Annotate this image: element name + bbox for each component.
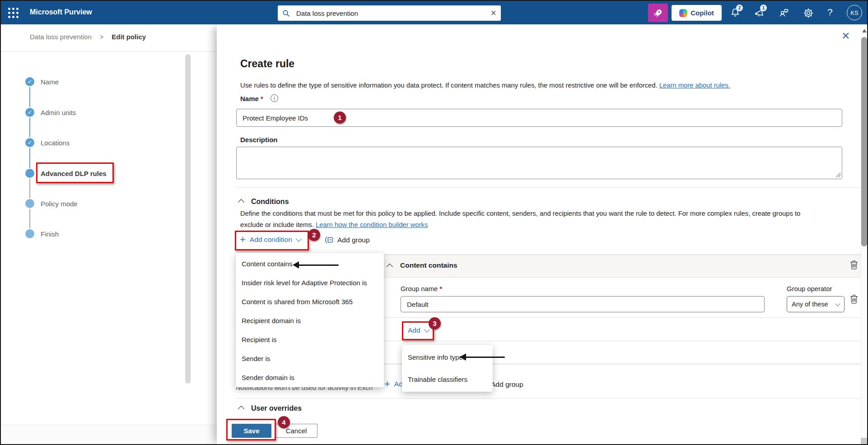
copilot-logo-icon: [679, 9, 687, 17]
annotation-badge-3: 3: [429, 317, 441, 329]
left-nav-scrollbar[interactable]: [185, 54, 191, 384]
menu-item-sender-is[interactable]: Sender is: [236, 349, 384, 368]
menu-item-recipient-domain[interactable]: Recipient domain is: [236, 311, 384, 330]
user-overrides-heading: User overrides: [251, 404, 302, 413]
breadcrumb-separator: >: [100, 33, 103, 41]
header-divider: [1, 51, 217, 52]
step-circle-name[interactable]: ✓: [25, 77, 34, 86]
breadcrumb-root[interactable]: Data loss prevention: [30, 33, 92, 41]
annotation-badge-4: 4: [278, 416, 290, 428]
step-label-finish[interactable]: Finish: [41, 230, 59, 238]
add-group-button[interactable]: Add group: [324, 236, 370, 244]
learn-more-link[interactable]: Learn more about rules.: [659, 82, 730, 89]
card-row-divider: [382, 317, 863, 318]
step-connector: [29, 209, 30, 228]
check-icon: ✓: [28, 109, 32, 116]
condition-builder-link[interactable]: Learn how the condition builder works: [316, 221, 428, 228]
card-heading: Content contains: [400, 261, 457, 269]
step-circle-advanced-dlp-rules[interactable]: [25, 169, 34, 178]
group-name-input[interactable]: [401, 296, 765, 312]
step-label-advanced-dlp-rules[interactable]: Advanced DLP rules: [41, 170, 107, 177]
global-search[interactable]: ×: [278, 5, 501, 21]
save-button[interactable]: Save: [232, 424, 271, 438]
footer-divider: [236, 398, 861, 399]
section-divider: [236, 187, 861, 188]
search-input[interactable]: [295, 9, 490, 18]
step-circle-policy-mode[interactable]: [25, 199, 34, 208]
help-icon[interactable]: ?: [827, 7, 833, 18]
step-label-admin-units[interactable]: Admin units: [41, 109, 76, 116]
rule-name-input[interactable]: [236, 109, 842, 127]
rocket-icon: [653, 7, 664, 19]
step-circle-locations[interactable]: ✓: [25, 138, 34, 147]
add-condition-button[interactable]: + Add condition: [240, 235, 301, 245]
copilot-label: Copilot: [691, 9, 714, 17]
feedback-person-icon[interactable]: [778, 7, 790, 19]
group-operator-label: Group operator: [787, 285, 832, 292]
chevron-down-icon: [296, 236, 302, 242]
menu-item-sender-domain[interactable]: Sender domain is: [236, 368, 384, 387]
step-circle-finish[interactable]: [25, 229, 34, 238]
scrollbar-up-arrow[interactable]: [862, 29, 867, 32]
intro-sentence: Use rules to define the type of sensitiv…: [240, 82, 658, 89]
group-name-label: Group name *: [401, 285, 442, 292]
add-button[interactable]: Add: [408, 326, 429, 334]
app-launcher-waffle-icon[interactable]: [8, 8, 19, 18]
annotation-badge-1: 1: [334, 111, 346, 124]
required-marker: *: [439, 285, 442, 292]
plus-icon: +: [240, 235, 246, 245]
settings-gear-icon[interactable]: [803, 7, 814, 19]
menu-item-recipient-is[interactable]: Recipient is: [236, 330, 384, 349]
page-title: Create rule: [240, 58, 294, 70]
notifications-badge: 2: [736, 5, 743, 11]
purview-screen: Microsoft Purview × Copilot: [0, 0, 868, 445]
conditions-description-line1: Define the conditions that must be met f…: [240, 210, 800, 217]
description-label: Description: [240, 136, 278, 144]
breadcrumb-current: Edit policy: [112, 33, 146, 41]
chevron-down-icon: [835, 301, 840, 306]
group-operator-select[interactable]: Any of these: [787, 296, 845, 312]
required-marker: *: [261, 95, 263, 102]
conditions-heading: Conditions: [251, 198, 289, 206]
step-label-locations[interactable]: Locations: [41, 139, 70, 147]
search-clear-icon[interactable]: ×: [490, 8, 496, 18]
step-label-name[interactable]: Name: [41, 78, 59, 86]
step-label-policy-mode[interactable]: Policy mode: [41, 200, 78, 208]
menu-item-trainable-classifiers[interactable]: Trainable classifiers: [402, 368, 493, 390]
app-title: Microsoft Purview: [30, 8, 92, 16]
textarea-resize-grip[interactable]: [835, 172, 841, 177]
delete-condition-trash-icon[interactable]: [850, 260, 858, 270]
name-label: Name *: [240, 95, 263, 102]
info-icon[interactable]: i: [271, 94, 278, 102]
rule-description-textarea[interactable]: [236, 147, 842, 179]
copilot-button[interactable]: Copilot: [672, 5, 722, 21]
search-icon: [282, 9, 290, 17]
add-condition-menu: Content contains Insider risk level for …: [236, 253, 384, 387]
intro-text: Use rules to define the type of sensitiv…: [240, 82, 730, 89]
delete-group-trash-icon[interactable]: [850, 294, 858, 304]
breadcrumb: Data loss prevention > Edit policy: [30, 33, 146, 41]
step-circle-admin-units[interactable]: ✓: [25, 108, 34, 117]
top-bar: Microsoft Purview × Copilot: [1, 1, 867, 24]
check-icon: ✓: [28, 79, 32, 85]
close-icon[interactable]: ×: [842, 29, 850, 42]
menu-item-sensitive-info-types[interactable]: Sensitive info types: [402, 346, 493, 368]
menu-item-content-contains[interactable]: Content contains: [236, 254, 384, 273]
annotation-badge-2: 2: [308, 229, 320, 241]
step-connector: [29, 148, 30, 168]
menu-item-insider-risk[interactable]: Insider risk level for Adaptive Protecti…: [236, 273, 384, 292]
menu-item-content-shared[interactable]: Content is shared from Microsoft 365: [236, 292, 384, 311]
chevron-down-icon: [424, 327, 430, 333]
step-connector: [29, 87, 30, 107]
panel-scrollbar-thumb[interactable]: [861, 37, 867, 246]
copilot-promo-button[interactable]: [648, 4, 668, 22]
plus-icon: +: [384, 379, 390, 389]
conditions-description-line2: exclude or include items. Learn how the …: [240, 221, 428, 228]
step-connector: [29, 118, 30, 137]
add-menu: Sensitive info types Trainable classifie…: [402, 345, 493, 392]
check-icon: ✓: [28, 139, 32, 146]
avatar[interactable]: KS: [847, 5, 862, 20]
group-icon: [324, 236, 334, 244]
card-row-divider: [382, 341, 863, 341]
step-connector: [29, 179, 30, 198]
